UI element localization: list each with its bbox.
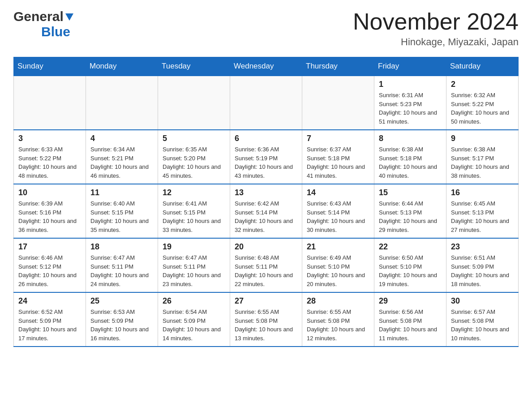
logo-general-text: General — [13, 9, 64, 24]
day-info: Sunrise: 6:36 AMSunset: 5:19 PMDaylight:… — [235, 145, 297, 180]
calendar-cell: 5Sunrise: 6:35 AMSunset: 5:20 PMDaylight… — [158, 130, 230, 184]
calendar-cell: 27Sunrise: 6:55 AMSunset: 5:08 PMDayligh… — [230, 292, 302, 347]
day-info: Sunrise: 6:51 AMSunset: 5:09 PMDaylight:… — [451, 253, 514, 288]
day-number: 4 — [90, 134, 153, 143]
day-info: Sunrise: 6:38 AMSunset: 5:18 PMDaylight:… — [379, 145, 442, 180]
weekday-header-tuesday: Tuesday — [158, 57, 230, 76]
day-number: 24 — [18, 296, 81, 306]
calendar-cell: 30Sunrise: 6:57 AMSunset: 5:08 PMDayligh… — [446, 292, 519, 347]
calendar-week-1: 1Sunrise: 6:31 AMSunset: 5:23 PMDaylight… — [14, 76, 519, 130]
day-number: 19 — [163, 242, 225, 252]
calendar-week-4: 17Sunrise: 6:46 AMSunset: 5:12 PMDayligh… — [14, 238, 519, 292]
calendar-cell: 29Sunrise: 6:56 AMSunset: 5:08 PMDayligh… — [374, 292, 446, 347]
calendar-cell: 12Sunrise: 6:41 AMSunset: 5:15 PMDayligh… — [158, 184, 230, 238]
day-number: 25 — [90, 296, 153, 306]
calendar-cell: 22Sunrise: 6:50 AMSunset: 5:10 PMDayligh… — [374, 238, 446, 292]
calendar-cell: 10Sunrise: 6:39 AMSunset: 5:16 PMDayligh… — [14, 184, 86, 238]
day-number: 20 — [235, 242, 297, 252]
day-number: 22 — [379, 242, 442, 252]
calendar-cell: 23Sunrise: 6:51 AMSunset: 5:09 PMDayligh… — [446, 238, 519, 292]
day-info: Sunrise: 6:40 AMSunset: 5:15 PMDaylight:… — [90, 199, 153, 234]
calendar-cell: 16Sunrise: 6:45 AMSunset: 5:13 PMDayligh… — [446, 184, 519, 238]
day-number: 27 — [235, 296, 297, 306]
day-info: Sunrise: 6:34 AMSunset: 5:21 PMDaylight:… — [90, 145, 153, 180]
day-info: Sunrise: 6:39 AMSunset: 5:16 PMDaylight:… — [18, 199, 81, 234]
day-info: Sunrise: 6:46 AMSunset: 5:12 PMDaylight:… — [18, 253, 81, 288]
calendar-cell: 13Sunrise: 6:42 AMSunset: 5:14 PMDayligh… — [230, 184, 302, 238]
weekday-header-sunday: Sunday — [14, 57, 86, 76]
calendar-cell — [230, 76, 302, 130]
calendar-cell: 1Sunrise: 6:31 AMSunset: 5:23 PMDaylight… — [374, 76, 446, 130]
day-number: 3 — [18, 134, 81, 143]
weekday-header-wednesday: Wednesday — [230, 57, 302, 76]
calendar-cell — [158, 76, 230, 130]
location-subtitle: Hinokage, Miyazaki, Japan — [353, 36, 519, 48]
day-info: Sunrise: 6:31 AMSunset: 5:23 PMDaylight:… — [379, 91, 442, 126]
logo: General Blue — [13, 9, 74, 39]
day-info: Sunrise: 6:56 AMSunset: 5:08 PMDaylight:… — [379, 308, 442, 342]
logo-triangle-icon — [64, 12, 74, 21]
day-info: Sunrise: 6:35 AMSunset: 5:20 PMDaylight:… — [163, 145, 225, 180]
day-info: Sunrise: 6:45 AMSunset: 5:13 PMDaylight:… — [451, 199, 514, 234]
day-number: 7 — [307, 134, 369, 143]
page-header: General Blue November 2024 Hinokage, Miy… — [13, 9, 519, 48]
calendar-cell: 19Sunrise: 6:47 AMSunset: 5:11 PMDayligh… — [158, 238, 230, 292]
month-title: November 2024 — [353, 9, 519, 34]
day-number: 30 — [451, 296, 514, 306]
day-info: Sunrise: 6:47 AMSunset: 5:11 PMDaylight:… — [90, 253, 153, 288]
calendar-cell: 4Sunrise: 6:34 AMSunset: 5:21 PMDaylight… — [86, 130, 158, 184]
calendar-cell: 9Sunrise: 6:38 AMSunset: 5:17 PMDaylight… — [446, 130, 519, 184]
calendar-table: SundayMondayTuesdayWednesdayThursdayFrid… — [13, 57, 519, 347]
day-number: 5 — [163, 134, 225, 143]
calendar-cell: 11Sunrise: 6:40 AMSunset: 5:15 PMDayligh… — [86, 184, 158, 238]
calendar-cell: 25Sunrise: 6:53 AMSunset: 5:09 PMDayligh… — [86, 292, 158, 347]
day-number: 29 — [379, 296, 442, 306]
day-info: Sunrise: 6:42 AMSunset: 5:14 PMDaylight:… — [235, 199, 297, 234]
day-info: Sunrise: 6:52 AMSunset: 5:09 PMDaylight:… — [18, 308, 81, 342]
day-number: 13 — [235, 188, 297, 197]
day-info: Sunrise: 6:33 AMSunset: 5:22 PMDaylight:… — [18, 145, 81, 180]
day-number: 2 — [451, 80, 514, 89]
day-number: 12 — [163, 188, 225, 197]
day-info: Sunrise: 6:50 AMSunset: 5:10 PMDaylight:… — [379, 253, 442, 288]
calendar-cell: 3Sunrise: 6:33 AMSunset: 5:22 PMDaylight… — [14, 130, 86, 184]
calendar-cell — [302, 76, 374, 130]
title-area: November 2024 Hinokage, Miyazaki, Japan — [353, 9, 519, 48]
calendar-cell: 20Sunrise: 6:48 AMSunset: 5:11 PMDayligh… — [230, 238, 302, 292]
day-number: 6 — [235, 134, 297, 143]
weekday-header-saturday: Saturday — [446, 57, 519, 76]
calendar-cell: 26Sunrise: 6:54 AMSunset: 5:09 PMDayligh… — [158, 292, 230, 347]
calendar-cell: 17Sunrise: 6:46 AMSunset: 5:12 PMDayligh… — [14, 238, 86, 292]
calendar-cell: 15Sunrise: 6:44 AMSunset: 5:13 PMDayligh… — [374, 184, 446, 238]
day-number: 28 — [307, 296, 369, 306]
calendar-week-5: 24Sunrise: 6:52 AMSunset: 5:09 PMDayligh… — [14, 292, 519, 347]
day-info: Sunrise: 6:44 AMSunset: 5:13 PMDaylight:… — [379, 199, 442, 234]
day-number: 8 — [379, 134, 442, 143]
day-info: Sunrise: 6:57 AMSunset: 5:08 PMDaylight:… — [451, 308, 514, 342]
day-number: 10 — [18, 188, 81, 197]
day-number: 1 — [379, 80, 442, 89]
calendar-header-row: SundayMondayTuesdayWednesdayThursdayFrid… — [14, 57, 519, 76]
calendar-cell — [14, 76, 86, 130]
day-info: Sunrise: 6:43 AMSunset: 5:14 PMDaylight:… — [307, 199, 369, 234]
day-info: Sunrise: 6:41 AMSunset: 5:15 PMDaylight:… — [163, 199, 225, 234]
calendar-cell: 14Sunrise: 6:43 AMSunset: 5:14 PMDayligh… — [302, 184, 374, 238]
day-number: 21 — [307, 242, 369, 252]
weekday-header-friday: Friday — [374, 57, 446, 76]
day-info: Sunrise: 6:53 AMSunset: 5:09 PMDaylight:… — [90, 308, 153, 342]
calendar-cell: 28Sunrise: 6:55 AMSunset: 5:08 PMDayligh… — [302, 292, 374, 347]
day-number: 23 — [451, 242, 514, 252]
weekday-header-thursday: Thursday — [302, 57, 374, 76]
weekday-header-monday: Monday — [86, 57, 158, 76]
calendar-cell: 2Sunrise: 6:32 AMSunset: 5:22 PMDaylight… — [446, 76, 519, 130]
calendar-cell: 6Sunrise: 6:36 AMSunset: 5:19 PMDaylight… — [230, 130, 302, 184]
day-info: Sunrise: 6:47 AMSunset: 5:11 PMDaylight:… — [163, 253, 225, 288]
day-number: 14 — [307, 188, 369, 197]
day-info: Sunrise: 6:55 AMSunset: 5:08 PMDaylight:… — [235, 308, 297, 342]
day-number: 16 — [451, 188, 514, 197]
svg-marker-0 — [65, 13, 73, 21]
day-number: 15 — [379, 188, 442, 197]
calendar-week-2: 3Sunrise: 6:33 AMSunset: 5:22 PMDaylight… — [14, 130, 519, 184]
day-info: Sunrise: 6:55 AMSunset: 5:08 PMDaylight:… — [307, 308, 369, 342]
day-info: Sunrise: 6:37 AMSunset: 5:18 PMDaylight:… — [307, 145, 369, 180]
